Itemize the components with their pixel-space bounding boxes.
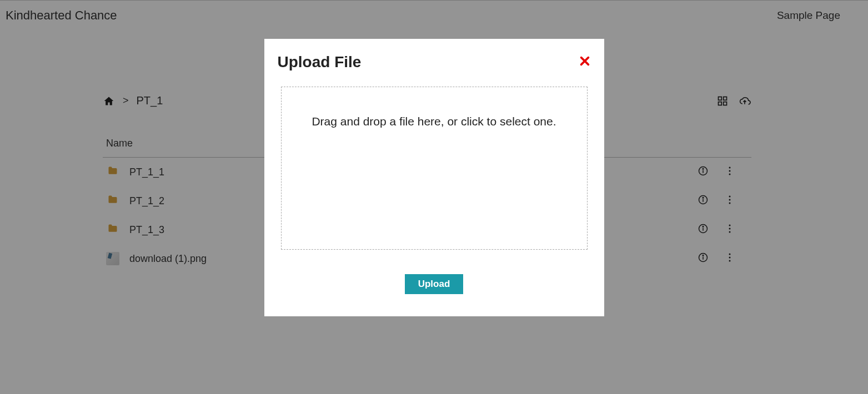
upload-button[interactable]: Upload xyxy=(405,274,464,294)
modal-header: Upload File xyxy=(278,53,591,71)
modal-overlay[interactable]: Upload File Drag and drop a file here, o… xyxy=(0,0,868,394)
dropzone[interactable]: Drag and drop a file here, or click to s… xyxy=(281,87,588,250)
close-icon[interactable] xyxy=(579,55,591,69)
modal-title: Upload File xyxy=(278,53,362,71)
upload-modal: Upload File Drag and drop a file here, o… xyxy=(264,39,604,316)
